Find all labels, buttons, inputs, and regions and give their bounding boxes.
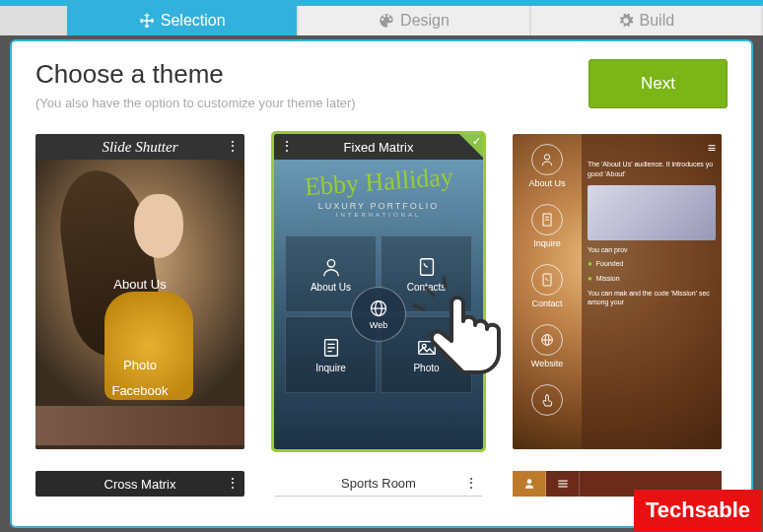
theme-card-cross-matrix[interactable]: Cross Matrix ⋮	[35, 471, 244, 497]
theme-header: Fixed Matrix ⋮	[274, 134, 483, 160]
ico-contact: Contact	[531, 264, 563, 308]
theme-header: Cross Matrix ⋮	[35, 471, 244, 497]
wizard-tabs: Selection Design Build	[0, 6, 763, 35]
ico-touch	[531, 384, 563, 419]
more-icon[interactable]: ⋮	[226, 138, 239, 154]
theme-title: Fixed Matrix	[344, 140, 414, 155]
theme-preview: About Us Photo Facebook	[35, 160, 244, 449]
cell-label: Contacts	[407, 282, 446, 293]
palette-icon	[379, 13, 394, 29]
theme-card-sports-room[interactable]: Sports Room ⋮	[274, 471, 483, 497]
ico-inquire: Inquire	[531, 204, 563, 248]
panel-item: Founded	[588, 259, 716, 268]
phonebook-icon	[539, 272, 555, 288]
preview-label: About Us	[35, 273, 244, 296]
preview-label: Facebook	[35, 379, 244, 402]
cell-label: About Us	[311, 282, 351, 293]
panel-item: Mission	[588, 274, 716, 283]
intl-text: INTERNATIONAL	[336, 212, 422, 218]
theme-title: Sports Room	[341, 476, 416, 491]
svg-rect-19	[558, 481, 567, 482]
theme-title: Slide Shutter	[102, 139, 177, 156]
more-icon[interactable]: ⋮	[464, 475, 477, 491]
document-icon	[320, 337, 342, 359]
phonebook-icon	[416, 256, 438, 278]
content-panel: Choose a theme (You also have the option…	[10, 39, 753, 528]
cell-web: Web	[351, 287, 406, 342]
tab-menu[interactable]	[546, 471, 580, 497]
script-logo: Ebby Halliday	[304, 165, 453, 200]
person-icon	[522, 477, 536, 491]
theme-title: Cross Matrix	[104, 477, 176, 492]
theme-grid: Slide Shutter ⋮ About Us Photo Facebook …	[35, 134, 728, 449]
tab-label: Build	[640, 12, 675, 30]
image-icon	[416, 337, 438, 359]
theme-card-slide-shutter[interactable]: Slide Shutter ⋮ About Us Photo Facebook	[35, 134, 244, 449]
heading-block: Choose a theme (You also have the option…	[35, 59, 356, 110]
side-panel: ≡ The 'About Us' audience. It introduces…	[582, 134, 722, 449]
watermark: Techsable	[634, 490, 762, 531]
face-shape	[134, 194, 183, 258]
luxury-text: LUXURY PORTFOLIO	[318, 201, 440, 211]
hamburger-icon[interactable]: ≡	[588, 140, 716, 156]
preview-bottom	[35, 406, 244, 445]
hamburger-icon	[556, 477, 570, 491]
page-subtitle: (You also have the option to customize y…	[35, 96, 356, 110]
theme-card-fixed-matrix[interactable]: Fixed Matrix ⋮ Ebby Halliday LUXURY PORT…	[274, 134, 483, 449]
cell-label: Inquire	[315, 363, 346, 373]
theme-preview: About Us Inquire Contact Website	[513, 134, 722, 449]
globe-icon	[369, 299, 388, 318]
matrix-grid: About Us Contacts Inquire Photo	[285, 235, 472, 393]
next-button[interactable]: Next	[589, 59, 728, 108]
svg-rect-20	[558, 483, 567, 484]
tab-build[interactable]: Build	[531, 6, 761, 35]
svg-point-11	[544, 155, 549, 160]
panel-text: You can mak and the code 'Mission' sec a…	[588, 289, 716, 308]
page-title: Choose a theme	[35, 59, 356, 90]
theme-grid-row2: Cross Matrix ⋮ Sports Room ⋮	[35, 471, 728, 497]
selected-check-icon	[459, 134, 483, 158]
ico-label: Website	[531, 359, 563, 368]
theme-header: Slide Shutter ⋮	[35, 134, 244, 160]
person-icon	[539, 152, 555, 167]
icon-column: About Us Inquire Contact Website	[513, 134, 582, 449]
panel-photo	[588, 185, 716, 240]
svg-rect-21	[558, 486, 567, 487]
tab-design[interactable]: Design	[299, 6, 528, 35]
theme-header: Sports Room ⋮	[274, 471, 483, 497]
preview-label: Photo	[35, 354, 244, 376]
tab-label: Selection	[161, 12, 226, 30]
tab-label: Design	[400, 12, 450, 30]
svg-point-0	[327, 259, 334, 266]
document-icon	[539, 212, 555, 228]
tab-person[interactable]	[513, 471, 546, 497]
header-row: Choose a theme (You also have the option…	[35, 59, 728, 110]
ico-about: About Us	[528, 144, 565, 188]
tab-selection[interactable]: Selection	[67, 6, 297, 35]
cell-label: Photo	[413, 363, 439, 373]
globe-icon	[539, 332, 555, 348]
ico-website: Website	[531, 324, 563, 368]
ico-label: Contact	[531, 299, 562, 308]
panel-text: You can prov	[588, 246, 716, 253]
panel-text: The 'About Us' audience. It introduces y…	[588, 160, 716, 179]
ico-label: Inquire	[533, 238, 561, 248]
cell-label: Web	[370, 320, 387, 330]
theme-card-bokeh[interactable]: About Us Inquire Contact Website	[513, 134, 722, 449]
theme-preview: Ebby Halliday LUXURY PORTFOLIO INTERNATI…	[274, 160, 483, 449]
touch-icon	[539, 392, 555, 408]
more-icon[interactable]: ⋮	[280, 138, 293, 154]
person-icon	[320, 256, 342, 278]
gear-icon	[618, 13, 634, 29]
move-icon	[139, 13, 155, 29]
more-icon[interactable]: ⋮	[226, 475, 239, 491]
ico-label: About Us	[528, 178, 565, 188]
